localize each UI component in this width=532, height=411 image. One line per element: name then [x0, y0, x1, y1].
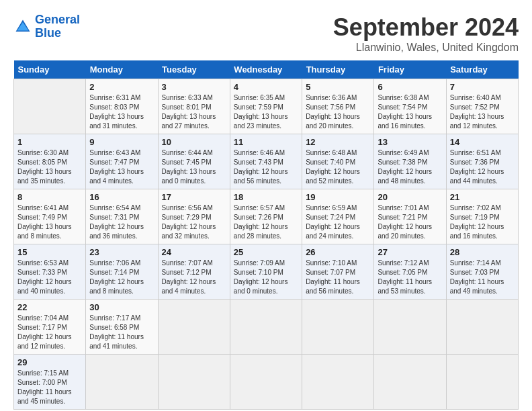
calendar-cell [158, 355, 230, 410]
day-number: 16 [89, 192, 154, 202]
calendar-cell: 18Sunrise: 6:57 AM Sunset: 7:26 PM Dayli… [230, 189, 302, 244]
calendar-cell: 12Sunrise: 6:48 AM Sunset: 7:40 PM Dayli… [302, 134, 374, 189]
day-detail: Sunrise: 7:15 AM Sunset: 7:00 PM Dayligh… [17, 369, 82, 406]
calendar-cell: 23Sunrise: 7:06 AM Sunset: 7:14 PM Dayli… [86, 244, 158, 300]
calendar-cell: 26Sunrise: 7:10 AM Sunset: 7:07 PM Dayli… [302, 244, 374, 300]
calendar-cell: 10Sunrise: 6:44 AM Sunset: 7:45 PM Dayli… [158, 134, 230, 189]
day-number: 24 [162, 247, 226, 257]
day-detail: Sunrise: 7:07 AM Sunset: 7:12 PM Dayligh… [162, 259, 226, 296]
day-number: 8 [17, 192, 82, 202]
day-detail: Sunrise: 6:57 AM Sunset: 7:26 PM Dayligh… [234, 203, 298, 241]
col-header-tuesday: Tuesday [158, 60, 230, 79]
calendar-cell: 11Sunrise: 6:46 AM Sunset: 7:43 PM Dayli… [230, 134, 302, 189]
calendar-cell: 22Sunrise: 7:04 AM Sunset: 7:17 PM Dayli… [14, 300, 86, 355]
calendar-cell: 1Sunrise: 6:30 AM Sunset: 8:05 PM Daylig… [14, 134, 86, 189]
day-detail: Sunrise: 7:17 AM Sunset: 6:58 PM Dayligh… [89, 314, 154, 351]
day-detail: Sunrise: 7:04 AM Sunset: 7:17 PM Dayligh… [17, 314, 82, 351]
day-number: 9 [89, 137, 154, 147]
calendar-cell: 2Sunrise: 6:31 AM Sunset: 8:03 PM Daylig… [86, 79, 158, 134]
day-number: 27 [378, 247, 442, 257]
day-number: 1 [17, 137, 82, 147]
day-detail: Sunrise: 7:06 AM Sunset: 7:14 PM Dayligh… [89, 259, 154, 296]
day-detail: Sunrise: 7:09 AM Sunset: 7:10 PM Dayligh… [234, 259, 298, 296]
day-detail: Sunrise: 6:54 AM Sunset: 7:31 PM Dayligh… [89, 203, 154, 241]
calendar-cell: 9Sunrise: 6:43 AM Sunset: 7:47 PM Daylig… [86, 134, 158, 189]
calendar-cell: 21Sunrise: 7:02 AM Sunset: 7:19 PM Dayli… [446, 189, 518, 244]
col-header-thursday: Thursday [302, 60, 374, 79]
calendar-cell: 15Sunrise: 6:53 AM Sunset: 7:33 PM Dayli… [14, 244, 86, 300]
calendar-week-1: 2Sunrise: 6:31 AM Sunset: 8:03 PM Daylig… [14, 79, 519, 134]
calendar-cell [14, 79, 86, 134]
col-header-wednesday: Wednesday [230, 60, 302, 79]
calendar-cell [158, 300, 230, 355]
day-number: 2 [89, 82, 154, 92]
calendar-cell: 20Sunrise: 7:01 AM Sunset: 7:21 PM Dayli… [374, 189, 446, 244]
day-detail: Sunrise: 7:12 AM Sunset: 7:05 PM Dayligh… [378, 259, 442, 296]
day-number: 28 [450, 247, 515, 257]
calendar-cell [374, 300, 446, 355]
calendar-table: SundayMondayTuesdayWednesdayThursdayFrid… [13, 60, 519, 410]
day-number: 4 [234, 82, 298, 92]
calendar-week-5: 22Sunrise: 7:04 AM Sunset: 7:17 PM Dayli… [14, 300, 519, 355]
col-header-sunday: Sunday [14, 60, 86, 79]
calendar-cell [230, 355, 302, 410]
calendar-cell: 6Sunrise: 6:38 AM Sunset: 7:54 PM Daylig… [374, 79, 446, 134]
page-header: General Blue September 2024 Llanwinio, W… [13, 13, 519, 54]
day-detail: Sunrise: 6:51 AM Sunset: 7:36 PM Dayligh… [450, 148, 515, 186]
calendar-cell: 7Sunrise: 6:40 AM Sunset: 7:52 PM Daylig… [446, 79, 518, 134]
day-detail: Sunrise: 6:59 AM Sunset: 7:24 PM Dayligh… [306, 203, 370, 241]
day-number: 19 [306, 192, 370, 202]
calendar-cell: 30Sunrise: 7:17 AM Sunset: 6:58 PM Dayli… [86, 300, 158, 355]
day-number: 13 [378, 137, 442, 147]
calendar-cell: 24Sunrise: 7:07 AM Sunset: 7:12 PM Dayli… [158, 244, 230, 300]
day-detail: Sunrise: 7:02 AM Sunset: 7:19 PM Dayligh… [450, 203, 515, 241]
day-number: 17 [162, 192, 226, 202]
logo: General Blue [13, 13, 80, 40]
day-detail: Sunrise: 6:38 AM Sunset: 7:54 PM Dayligh… [378, 93, 442, 131]
calendar-cell: 28Sunrise: 7:14 AM Sunset: 7:03 PM Dayli… [446, 244, 518, 300]
calendar-cell: 17Sunrise: 6:56 AM Sunset: 7:29 PM Dayli… [158, 189, 230, 244]
calendar-cell: 29Sunrise: 7:15 AM Sunset: 7:00 PM Dayli… [14, 355, 86, 410]
day-number: 29 [17, 357, 82, 367]
day-detail: Sunrise: 6:36 AM Sunset: 7:56 PM Dayligh… [306, 93, 370, 131]
calendar-cell: 14Sunrise: 6:51 AM Sunset: 7:36 PM Dayli… [446, 134, 518, 189]
day-detail: Sunrise: 6:44 AM Sunset: 7:45 PM Dayligh… [162, 148, 226, 186]
day-detail: Sunrise: 6:33 AM Sunset: 8:01 PM Dayligh… [162, 93, 226, 131]
calendar-cell [446, 355, 518, 410]
calendar-cell: 25Sunrise: 7:09 AM Sunset: 7:10 PM Dayli… [230, 244, 302, 300]
day-number: 21 [450, 192, 515, 202]
logo-icon [13, 17, 32, 36]
day-detail: Sunrise: 7:10 AM Sunset: 7:07 PM Dayligh… [306, 259, 370, 296]
calendar-cell [302, 300, 374, 355]
day-number: 23 [89, 247, 154, 257]
day-detail: Sunrise: 7:01 AM Sunset: 7:21 PM Dayligh… [378, 203, 442, 241]
calendar-cell [86, 355, 158, 410]
location-title: Llanwinio, Wales, United Kingdom [333, 42, 519, 54]
logo-text: General Blue [35, 13, 80, 40]
day-number: 5 [306, 82, 370, 92]
day-number: 12 [306, 137, 370, 147]
day-detail: Sunrise: 6:46 AM Sunset: 7:43 PM Dayligh… [234, 148, 298, 186]
calendar-cell: 16Sunrise: 6:54 AM Sunset: 7:31 PM Dayli… [86, 189, 158, 244]
day-number: 25 [234, 247, 298, 257]
day-detail: Sunrise: 6:40 AM Sunset: 7:52 PM Dayligh… [450, 93, 515, 131]
calendar-cell: 27Sunrise: 7:12 AM Sunset: 7:05 PM Dayli… [374, 244, 446, 300]
day-detail: Sunrise: 6:30 AM Sunset: 8:05 PM Dayligh… [17, 148, 82, 186]
day-detail: Sunrise: 6:53 AM Sunset: 7:33 PM Dayligh… [17, 259, 82, 296]
day-detail: Sunrise: 6:35 AM Sunset: 7:59 PM Dayligh… [234, 93, 298, 131]
day-detail: Sunrise: 6:43 AM Sunset: 7:47 PM Dayligh… [89, 148, 154, 186]
calendar-cell [374, 355, 446, 410]
day-number: 18 [234, 192, 298, 202]
day-number: 15 [17, 247, 82, 257]
calendar-cell: 3Sunrise: 6:33 AM Sunset: 8:01 PM Daylig… [158, 79, 230, 134]
calendar-cell: 5Sunrise: 6:36 AM Sunset: 7:56 PM Daylig… [302, 79, 374, 134]
month-title: September 2024 [333, 13, 519, 42]
col-header-friday: Friday [374, 60, 446, 79]
day-number: 11 [234, 137, 298, 147]
calendar-cell: 4Sunrise: 6:35 AM Sunset: 7:59 PM Daylig… [230, 79, 302, 134]
calendar-week-2: 1Sunrise: 6:30 AM Sunset: 8:05 PM Daylig… [14, 134, 519, 189]
day-number: 20 [378, 192, 442, 202]
logo-line1: General [35, 13, 80, 26]
title-block: September 2024 Llanwinio, Wales, United … [333, 13, 519, 54]
day-number: 3 [162, 82, 226, 92]
